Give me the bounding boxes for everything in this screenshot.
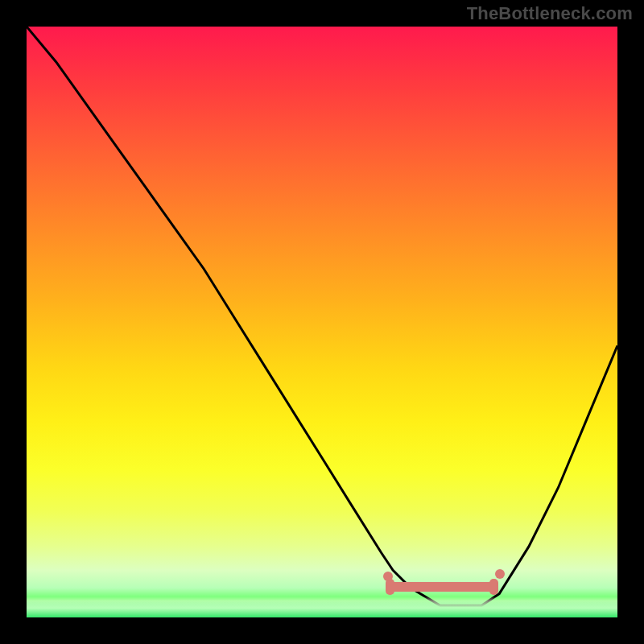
highlight-band (389, 582, 495, 592)
highlight-dot-right (495, 569, 505, 579)
curve-path (27, 27, 617, 605)
chart-frame: TheBottleneck.com .salmon-bar::before { … (0, 0, 644, 644)
highlight-dot-left (383, 572, 393, 581)
bottom-green-band (27, 597, 617, 617)
watermark-text: TheBottleneck.com (467, 3, 633, 24)
bottleneck-curve (27, 27, 617, 617)
plot-area: .salmon-bar::before { left: -4px; } .sal… (27, 27, 617, 617)
